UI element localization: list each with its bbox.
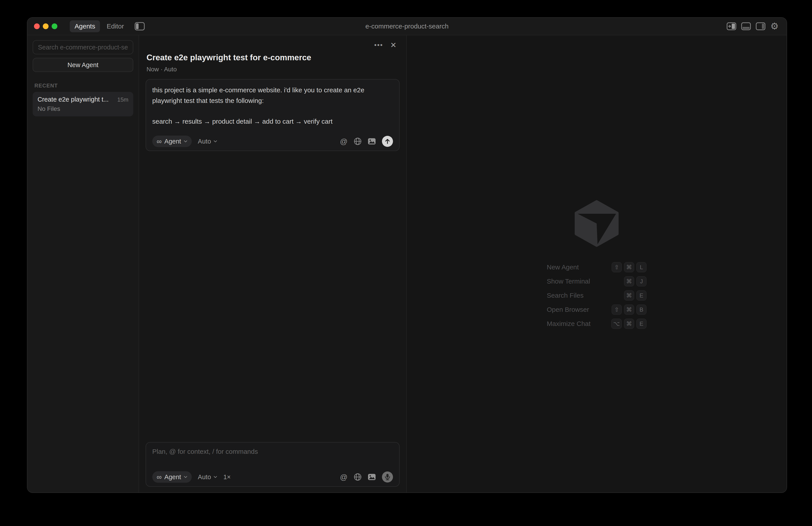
titlebar: Agents Editor e-commerce-product-search [27,18,787,35]
recent-item-time: 15m [117,96,128,103]
toggle-right-panel-button[interactable] [756,22,766,30]
panel-left-icon [135,22,145,30]
shortcut-row[interactable]: Search Files ⌘ E [547,288,647,302]
chat-header-actions: ••• ✕ [374,41,400,49]
shift-key: ⇧ [612,262,622,272]
window-body: New Agent RECENT Create e2e playwright t… [27,35,787,493]
tab-agents[interactable]: Agents [70,20,100,32]
sidebar: New Agent RECENT Create e2e playwright t… [27,35,139,493]
arrow-up-icon [385,139,390,144]
panel-open-right-icon [727,22,736,30]
recent-section-label: RECENT [34,83,133,89]
recent-item-row: Create e2e playwright t... 15m [38,96,128,103]
workspace-panel: New Agent ⇧ ⌘ L Show Terminal ⌘ J Search [407,35,787,493]
image-attach-icon[interactable] [368,474,376,480]
panel-bottom-icon [741,22,751,30]
settings-button[interactable]: ⚙ [770,22,779,31]
more-options-icon[interactable]: ••• [374,41,383,49]
letter-key: E [636,290,647,300]
send-button[interactable] [382,136,393,147]
letter-key: B [636,304,647,315]
composer-input[interactable] [152,448,393,465]
recent-item-subtitle: No Files [38,105,128,112]
titlebar-actions: ⚙ [727,18,779,35]
shortcut-label: Maximize Chat [547,320,591,327]
shortcut-label: Search Files [547,292,584,299]
chevron-down-icon [214,140,217,142]
shortcut-label: Open Browser [547,306,589,313]
chat-panel: ••• ✕ Create e2e playwright test for e-c… [139,35,407,493]
shortcut-label: New Agent [547,264,579,271]
message-paragraph: this project is a simple e-commerce webs… [152,85,393,106]
composer-toolbar-icons: @ [340,471,393,483]
mention-context-icon[interactable]: @ [340,138,348,145]
command-key: ⌘ [624,262,634,272]
shortcut-row[interactable]: New Agent ⇧ ⌘ L [547,260,647,274]
tab-editor[interactable]: Editor [102,20,129,32]
mention-context-icon[interactable]: @ [340,473,348,481]
option-key: ⌥ [611,319,622,329]
chevron-down-icon [184,140,187,142]
shortcut-label: Show Terminal [547,278,590,285]
toggle-terminal-button[interactable] [741,22,751,30]
shortcut-keys: ⇧ ⌘ L [612,262,647,272]
recent-agent-item[interactable]: Create e2e playwright t... 15m No Files [33,92,133,116]
chat-meta: Now · Auto [146,66,400,73]
model-dropdown[interactable]: Auto [198,473,217,481]
traffic-lights [34,24,57,29]
shortcut-row[interactable]: Open Browser ⇧ ⌘ B [547,302,647,317]
gear-icon: ⚙ [770,22,779,31]
agent-mode-label: Agent [164,138,181,145]
message-toolbar-icons: @ [340,136,393,147]
command-key: ⌘ [624,290,634,300]
toggle-sidebar-button[interactable] [135,22,145,30]
message-paragraph: search → results → product detail → add … [152,116,393,127]
model-dropdown[interactable]: Auto [198,138,217,145]
recent-item-title: Create e2e playwright t... [38,96,108,103]
microphone-icon [385,473,391,481]
shift-key: ⇧ [612,304,622,315]
cursor-cube-logo [575,200,619,247]
infinity-icon: ∞ [157,473,162,481]
minimize-window-button[interactable] [43,24,48,29]
web-globe-icon[interactable] [354,137,362,145]
model-label: Auto [198,473,211,481]
agent-mode-label: Agent [164,473,181,481]
shortcut-keys: ⇧ ⌘ B [612,304,647,315]
chevron-down-icon [214,476,217,478]
command-key: ⌘ [624,319,634,329]
model-label: Auto [198,138,211,145]
chat-title: Create e2e playwright test for e-commerc… [146,53,400,62]
web-globe-icon[interactable] [354,473,362,481]
message-toolbar: ∞ Agent Auto @ [152,136,393,147]
multiplier-label[interactable]: 1× [223,473,231,481]
mode-tabs: Agents Editor [70,20,129,32]
chevron-down-icon [184,476,187,478]
letter-key: L [636,262,647,272]
composer-toolbar: ∞ Agent Auto 1× @ [152,471,393,483]
search-input[interactable] [33,40,133,54]
letter-key: J [636,276,647,286]
close-chat-icon[interactable]: ✕ [390,41,397,49]
app-window: Agents Editor e-commerce-product-search [27,17,787,493]
panel-right-icon [756,22,766,30]
new-agent-button[interactable]: New Agent [33,58,133,72]
open-right-panel-button[interactable] [727,22,736,30]
shortcut-keys: ⌘ J [624,276,647,286]
agent-mode-dropdown[interactable]: ∞ Agent [152,471,192,483]
shortcut-list: New Agent ⇧ ⌘ L Show Terminal ⌘ J Search [547,260,647,331]
zoom-window-button[interactable] [52,24,57,29]
shortcut-row[interactable]: Maximize Chat ⌥ ⌘ E [547,317,647,331]
shortcut-keys: ⌥ ⌘ E [611,319,647,329]
close-window-button[interactable] [34,24,40,29]
command-key: ⌘ [624,276,634,286]
infinity-icon: ∞ [157,138,162,145]
composer: ∞ Agent Auto 1× @ [146,442,400,487]
image-attach-icon[interactable] [368,138,376,145]
command-key: ⌘ [624,304,634,315]
shortcut-row[interactable]: Show Terminal ⌘ J [547,274,647,288]
letter-key: E [636,319,647,329]
agent-mode-dropdown[interactable]: ∞ Agent [152,136,192,147]
shortcut-keys: ⌘ E [624,290,647,300]
voice-input-button[interactable] [382,471,393,483]
